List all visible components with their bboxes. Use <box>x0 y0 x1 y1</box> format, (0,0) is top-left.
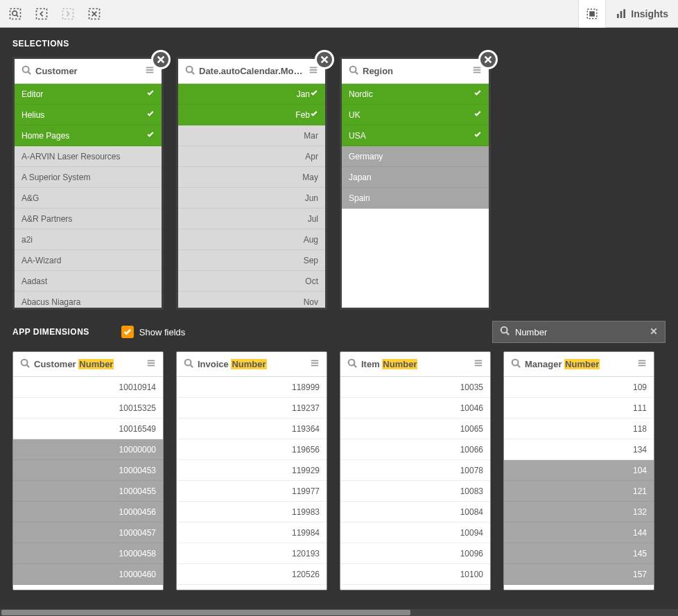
list-item[interactable]: 134 <box>504 439 654 460</box>
list-item[interactable]: 119983 <box>177 502 327 522</box>
list-item[interactable]: A&G <box>15 188 162 209</box>
list-item[interactable]: Jun <box>178 188 325 209</box>
list-item[interactable]: 109 <box>504 377 654 398</box>
list-item[interactable]: 121 <box>504 481 654 502</box>
list-item[interactable]: A-ARVIN Laser Resources <box>15 146 162 167</box>
list-item[interactable]: 10100 <box>340 564 490 585</box>
remove-selection-icon[interactable] <box>315 50 334 69</box>
list-menu-icon[interactable] <box>146 358 156 371</box>
list-item[interactable]: 119364 <box>177 419 327 439</box>
list-item[interactable]: USA <box>342 125 489 146</box>
search-icon[interactable] <box>347 358 357 371</box>
list-item[interactable]: Nov <box>178 292 325 308</box>
search-icon[interactable] <box>185 65 195 78</box>
list-item[interactable]: 132 <box>504 502 654 522</box>
remove-selection-icon[interactable] <box>151 50 171 69</box>
list-item[interactable]: 144 <box>504 522 654 543</box>
card-title: Customer Number <box>34 359 142 369</box>
list-item[interactable]: 157 <box>504 564 654 585</box>
list-item[interactable]: Feb <box>178 105 325 125</box>
list-item[interactable]: 119977 <box>177 481 327 502</box>
list-item[interactable]: Japan <box>342 167 489 188</box>
smart-search-button[interactable] <box>3 3 28 25</box>
list-item[interactable]: 118999 <box>177 377 327 398</box>
step-forward-button[interactable] <box>55 3 80 25</box>
list-item[interactable]: 10000457 <box>13 522 163 543</box>
list-item[interactable]: 10096 <box>340 543 490 564</box>
list-item[interactable]: 120526 <box>177 564 327 585</box>
list-item[interactable]: 10000453 <box>13 460 163 481</box>
list-item[interactable]: 10000460 <box>13 564 163 585</box>
search-icon[interactable] <box>511 358 521 371</box>
selections-tool-button[interactable] <box>578 0 605 28</box>
list-item[interactable]: A&R Partners <box>15 209 162 229</box>
search-icon[interactable] <box>21 65 31 78</box>
list-item[interactable]: 10094 <box>340 522 490 543</box>
horizontal-scrollbar[interactable] <box>0 609 678 616</box>
list-item[interactable]: 10078 <box>340 460 490 481</box>
list-item[interactable]: 120193 <box>177 543 327 564</box>
list-item[interactable]: Germany <box>342 146 489 167</box>
list-item[interactable]: 111 <box>504 398 654 419</box>
list-menu-icon[interactable] <box>472 65 482 78</box>
show-fields-toggle[interactable]: Show fields <box>121 326 185 338</box>
list-item[interactable]: AA-Wizard <box>15 250 162 271</box>
list-item[interactable]: 10000456 <box>13 502 163 522</box>
list-item[interactable]: 10000000 <box>13 439 163 460</box>
search-icon[interactable] <box>20 358 30 371</box>
list-item[interactable]: 10066 <box>340 439 490 460</box>
list-item[interactable]: 10010914 <box>13 377 163 398</box>
search-icon[interactable] <box>349 65 358 78</box>
list-item[interactable]: 10035 <box>340 377 490 398</box>
list-item[interactable]: Aug <box>178 229 325 250</box>
list-item[interactable]: 104 <box>504 460 654 481</box>
list-item[interactable]: Apr <box>178 146 325 167</box>
list-item[interactable]: 10083 <box>340 481 490 502</box>
list-item[interactable]: UK <box>342 105 489 125</box>
list-item[interactable]: 10016549 <box>13 419 163 439</box>
list-menu-icon[interactable] <box>310 358 320 371</box>
remove-selection-icon[interactable] <box>478 50 498 69</box>
clear-search-icon[interactable] <box>650 326 658 338</box>
step-back-button[interactable] <box>29 3 54 25</box>
insights-button[interactable]: Insights <box>605 0 678 28</box>
list-item[interactable]: May <box>178 167 325 188</box>
list-menu-icon[interactable] <box>145 65 155 78</box>
list-item[interactable]: 10065 <box>340 419 490 439</box>
list-item[interactable]: Home Pages <box>15 125 162 146</box>
list-item[interactable]: 119656 <box>177 439 327 460</box>
list-item[interactable]: 10000458 <box>13 543 163 564</box>
list-item[interactable]: 10084 <box>340 502 490 522</box>
list-item[interactable]: Helius <box>15 105 162 125</box>
search-icon[interactable] <box>184 358 193 371</box>
dimension-search-input[interactable] <box>515 327 644 337</box>
list-menu-icon[interactable] <box>637 358 647 371</box>
list-item[interactable]: 10000455 <box>13 481 163 502</box>
list-item[interactable]: 119237 <box>177 398 327 419</box>
list-item[interactable]: a2i <box>15 229 162 250</box>
list-item[interactable]: Editor <box>15 84 162 105</box>
list-item[interactable]: 119929 <box>177 460 327 481</box>
list-item[interactable]: Spain <box>342 188 489 209</box>
list-menu-icon[interactable] <box>308 65 318 78</box>
list-item[interactable]: Abacus Niagara <box>15 292 162 308</box>
list-item[interactable]: 10046 <box>340 398 490 419</box>
list-item[interactable]: 145 <box>504 543 654 564</box>
list-item[interactable]: 118 <box>504 419 654 439</box>
list-menu-icon[interactable] <box>473 358 483 371</box>
list-item[interactable]: Oct <box>178 271 325 292</box>
list-item[interactable]: A Superior System <box>15 167 162 188</box>
list-item[interactable]: 10015325 <box>13 398 163 419</box>
check-icon <box>473 109 482 120</box>
list-item[interactable]: Sep <box>178 250 325 271</box>
card-title: Manager Number <box>525 359 633 369</box>
check-icon <box>310 89 318 99</box>
list-item[interactable]: 119984 <box>177 522 327 543</box>
list-item[interactable]: Mar <box>178 125 325 146</box>
clear-all-button[interactable] <box>82 3 107 25</box>
list-item[interactable]: Aadast <box>15 271 162 292</box>
dimension-search[interactable] <box>492 321 666 343</box>
list-item[interactable]: Jan <box>178 84 325 105</box>
list-item[interactable]: Nordic <box>342 84 489 105</box>
list-item[interactable]: Jul <box>178 209 325 229</box>
